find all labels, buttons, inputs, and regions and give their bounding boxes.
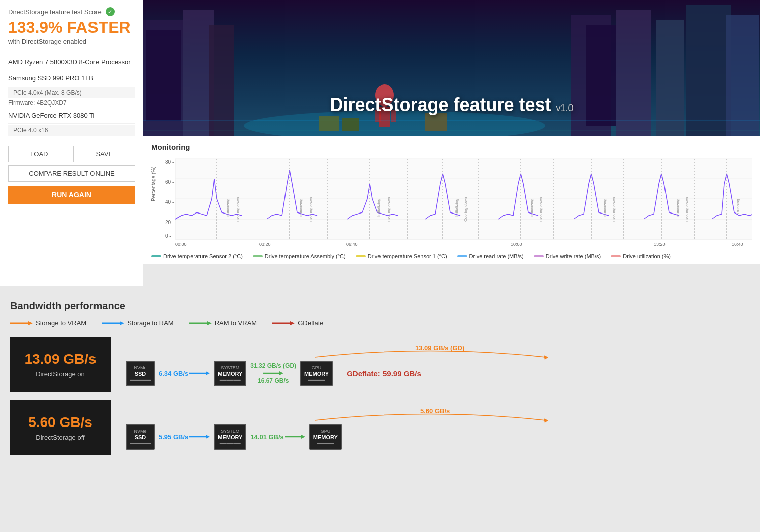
hero-image: DirectStorage feature test v1.0 bbox=[143, 0, 760, 136]
sysmem-speed-bot-on: 16.67 GB/s bbox=[258, 377, 289, 384]
bandwidth-title: Bandwidth performance bbox=[10, 300, 750, 312]
legend-label-storage-vram: Storage to VRAM bbox=[36, 319, 86, 327]
arrow-storage-vram-icon bbox=[10, 320, 33, 327]
svg-marker-75 bbox=[544, 355, 548, 360]
svg-text:10:00: 10:00 bbox=[511, 242, 522, 247]
sysmem-speed-off: 14.01 GB/s bbox=[250, 433, 284, 441]
score-subtext: with DirectStorage enabled bbox=[8, 38, 135, 45]
monitoring-chart: 80 - 60 - 40 - 20 - 0 - Percentage (%) bbox=[151, 156, 752, 257]
svg-text:Cooling down: Cooling down bbox=[685, 197, 689, 222]
legend-label-gdeflate: GDeflate bbox=[298, 319, 323, 327]
arrow-ram-vram-icon bbox=[189, 320, 212, 327]
svg-text:Percentage (%): Percentage (%) bbox=[151, 167, 156, 201]
svg-marker-84 bbox=[206, 435, 210, 439]
svg-rect-6 bbox=[586, 25, 616, 126]
check-icon: ✓ bbox=[106, 7, 115, 16]
ds-on-card: 13.09 GB/s DirectStorage on bbox=[10, 337, 111, 392]
run-again-button[interactable]: RUN AGAIN bbox=[8, 186, 135, 204]
nvme-chip-on: NVMe SSD ▬▬▬▬▬▬ bbox=[126, 361, 155, 386]
sysmem-to-gpu-on: 31.32 GB/s (GD) 16.67 GB/s bbox=[250, 362, 296, 384]
svg-text:Cooling down: Cooling down bbox=[309, 197, 313, 222]
ds-off-flow-row: NVMe SSD ▬▬▬▬▬▬ 5.95 GB/s SY bbox=[126, 424, 735, 450]
monitoring-title: Monitoring bbox=[151, 143, 752, 151]
svg-text:0 -: 0 - bbox=[165, 233, 171, 239]
ds-off-speed: 5.60 GB/s bbox=[28, 414, 92, 431]
gpu-spec: NVIDIA GeForce RTX 3080 Ti bbox=[8, 108, 135, 124]
legend-color-write-rate bbox=[534, 255, 544, 257]
svg-text:Cooling down: Cooling down bbox=[236, 197, 240, 222]
legend-color-temp-assembly bbox=[253, 255, 263, 257]
ds-off-row: 5.60 GB/s DirectStorage off 5.60 GB/s bbox=[10, 400, 750, 455]
legend-write-rate: Drive write rate (MB/s) bbox=[534, 253, 601, 259]
ds-on-row: 13.09 GB/s DirectStorage on 13.09 GB/s (… bbox=[10, 337, 750, 392]
legend-color-utilization bbox=[611, 255, 621, 257]
arrow-green-off bbox=[285, 433, 305, 440]
svg-rect-4 bbox=[209, 25, 234, 136]
svg-rect-7 bbox=[616, 10, 651, 136]
svg-text:13:20: 13:20 bbox=[654, 242, 666, 247]
legend-label-utilization: Drive utilization (%) bbox=[623, 253, 671, 259]
gpu-chip-off: GPU MEMORY ▬▬▬▬▬ bbox=[309, 424, 342, 450]
svg-text:Initializing: Initializing bbox=[299, 199, 303, 217]
svg-text:40 -: 40 - bbox=[165, 199, 174, 205]
svg-text:Cooling down: Cooling down bbox=[463, 197, 468, 222]
save-button[interactable]: SAVE bbox=[73, 146, 136, 162]
score-value: 133.9% FASTER bbox=[8, 18, 135, 37]
legend-label-ram-vram: RAM to VRAM bbox=[215, 319, 257, 327]
ds-on-arc-container: 13.09 GB/s (GD) bbox=[126, 342, 735, 360]
svg-text:03:20: 03:20 bbox=[259, 242, 271, 247]
gpu-pcie: PCIe 4.0 x16 bbox=[8, 125, 135, 136]
svg-text:Running: Running bbox=[736, 199, 740, 214]
ds-off-card: 5.60 GB/s DirectStorage off bbox=[10, 400, 111, 455]
svg-rect-19 bbox=[342, 118, 359, 131]
sysmem-to-gpu-off: 14.01 GB/s bbox=[250, 433, 305, 441]
legend-label-write-rate: Drive write rate (MB/s) bbox=[546, 253, 601, 259]
legend-temp-sensor2: Drive temperature Sensor 2 (°C) bbox=[151, 253, 243, 259]
svg-text:5.60 GB/s: 5.60 GB/s bbox=[420, 407, 450, 415]
legend-color-temp-sensor1 bbox=[356, 255, 366, 257]
svg-marker-81 bbox=[544, 418, 548, 423]
nvme-to-sysmem-on: 6.34 GB/s bbox=[159, 370, 210, 377]
arrow-storage-ram-icon bbox=[102, 320, 124, 327]
legend-read-rate: Drive read rate (MB/s) bbox=[457, 253, 524, 259]
legend-utilization: Drive utilization (%) bbox=[611, 253, 671, 259]
ds-on-flow: 13.09 GB/s (GD) NVMe SSD ▬▬▬▬▬▬ 6.34 GB/… bbox=[111, 342, 750, 386]
legend-storage-vram: Storage to VRAM bbox=[10, 319, 86, 327]
svg-marker-70 bbox=[120, 321, 124, 325]
separator bbox=[0, 286, 760, 290]
svg-rect-18 bbox=[319, 116, 339, 131]
sysmem-chip-on: SYSTEM MEMORY ▬▬▬▬▬▬ bbox=[214, 361, 246, 386]
bandwidth-legend-row: Storage to VRAM Storage to RAM RAM to VR… bbox=[10, 319, 750, 327]
score-title: DirectStorage feature test Score bbox=[8, 8, 102, 16]
gpu-chip-on: GPU MEMORY ▬▬▬▬▬ bbox=[300, 361, 333, 386]
load-button[interactable]: LOAD bbox=[8, 146, 70, 162]
svg-marker-68 bbox=[28, 321, 33, 325]
left-panel: DirectStorage feature test Score ✓ 133.9… bbox=[0, 0, 143, 286]
ds-on-label: DirectStorage on bbox=[36, 370, 85, 378]
legend-color-read-rate bbox=[457, 255, 467, 257]
nvme-speed-off: 5.95 GB/s bbox=[159, 433, 188, 441]
svg-marker-72 bbox=[207, 321, 212, 325]
legend-temp-assembly: Drive temperature Assembly (°C) bbox=[253, 253, 346, 259]
nvme-chip-off: NVMe SSD ▬▬▬▬▬▬ bbox=[126, 424, 155, 450]
compare-button[interactable]: COMPARE RESULT ONLINE bbox=[8, 165, 135, 182]
svg-text:Cooling down: Cooling down bbox=[539, 197, 543, 222]
ssd-pcie: PCIe 4.0x4 (Max. 8 GB/s) bbox=[8, 87, 135, 98]
ssd-spec: Samsung SSD 990 PRO 1TB bbox=[8, 70, 135, 86]
svg-text:06:40: 06:40 bbox=[346, 242, 358, 247]
svg-marker-86 bbox=[301, 435, 305, 439]
gdeflate-speed-on: GDeflate: 59.99 GB/s bbox=[347, 369, 421, 378]
svg-text:20 -: 20 - bbox=[165, 220, 174, 225]
firmware: Firmware: 4B2QJXD7 bbox=[8, 98, 135, 108]
nvme-to-sysmem-off: 5.95 GB/s bbox=[159, 433, 210, 441]
legend-label-temp-assembly: Drive temperature Assembly (°C) bbox=[265, 253, 346, 259]
ds-on-arc-svg: 13.09 GB/s (GD) bbox=[310, 342, 551, 360]
chart-legend: Drive temperature Sensor 2 (°C) Drive te… bbox=[151, 253, 752, 259]
svg-rect-9 bbox=[686, 5, 731, 136]
svg-rect-8 bbox=[656, 20, 684, 136]
legend-ram-vram: RAM to VRAM bbox=[189, 319, 257, 327]
svg-rect-20 bbox=[425, 113, 447, 131]
svg-rect-2 bbox=[146, 30, 181, 121]
svg-text:80 -: 80 - bbox=[165, 159, 174, 165]
legend-label-temp-sensor2: Drive temperature Sensor 2 (°C) bbox=[163, 253, 243, 259]
